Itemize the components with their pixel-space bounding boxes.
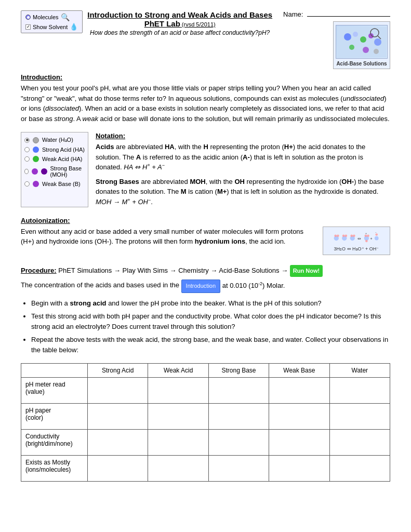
cell-paper-strong-acid[interactable] xyxy=(88,404,148,430)
notation-strong-acid: Strong Acid (HA) xyxy=(24,147,85,153)
notation-panel: Water (H₂O) Strong Acid (HA) Weak Acid (… xyxy=(21,132,88,207)
show-solvent-checkbox[interactable]: ✓ xyxy=(25,24,31,30)
notation-water: Water (H₂O) xyxy=(24,137,85,143)
procedure-text: PhET Simulations → Play With Sims → Chem… xyxy=(58,267,290,274)
page-header: Molecules 🔍 ✓ Show Solvent 💧 Introductio… xyxy=(21,10,390,69)
solvent-icon: 💧 xyxy=(70,23,78,31)
cell-exists-strong-base[interactable] xyxy=(208,456,269,482)
svg-point-13 xyxy=(334,234,337,237)
cell-ph-weak-acid[interactable] xyxy=(148,378,208,404)
svg-point-14 xyxy=(337,234,339,237)
row-exists-as: Exists as Mostly(ions/molecules) xyxy=(21,456,88,482)
header-left: Molecules 🔍 ✓ Show Solvent 💧 Introductio… xyxy=(21,10,283,36)
concentration-line: The concentration of the acids and bases… xyxy=(21,279,390,292)
row-conductivity: Conductivity(bright/dim/none) xyxy=(21,430,88,456)
cell-ph-water[interactable] xyxy=(329,378,390,404)
cell-cond-strong-acid[interactable] xyxy=(88,430,148,456)
run-now-button[interactable]: Run Now! xyxy=(290,265,323,277)
intro-paragraph: When you test your pool's pH, what are y… xyxy=(21,83,390,124)
procedure-section: Procedure: PhET Simulations → Play With … xyxy=(21,264,390,293)
autoion-image: ⇔ + + - 3H₂O ⇔ H₃O⁺ + OH⁻ xyxy=(323,227,390,255)
name-blank[interactable] xyxy=(307,16,390,17)
svg-point-1 xyxy=(344,33,351,41)
cell-ph-weak-base[interactable] xyxy=(269,378,329,404)
strong-base-dot1 xyxy=(32,168,38,175)
bullet-2: Test this strong acid with both pH paper… xyxy=(31,311,390,331)
svg-point-3 xyxy=(360,36,366,43)
autoion-row: Even without any acid or base added a ve… xyxy=(21,227,390,255)
subtitle: How does the strength of an acid or base… xyxy=(87,29,273,36)
svg-point-8 xyxy=(374,49,379,54)
cell-exists-strong-acid[interactable] xyxy=(88,456,148,482)
weak-base-radio[interactable] xyxy=(24,181,30,187)
weak-acid-dot xyxy=(33,156,39,162)
cell-cond-weak-acid[interactable] xyxy=(148,430,208,456)
data-table-section: Strong Acid Weak Acid Strong Base Weak B… xyxy=(21,363,390,482)
autoionization-heading: Autoionization: xyxy=(21,217,390,224)
weak-acid-radio[interactable] xyxy=(24,156,30,162)
weak-base-dot xyxy=(33,181,39,187)
svg-point-2 xyxy=(353,32,358,37)
svg-point-25 xyxy=(365,240,368,242)
show-solvent-option: ✓ Show Solvent 💧 xyxy=(25,23,78,31)
introduction-button[interactable]: Introduction xyxy=(181,280,220,293)
introduction-section: Introduction: When you test your pool's … xyxy=(21,73,390,124)
molecules-label: Molecules xyxy=(33,14,59,20)
cell-exists-weak-acid[interactable] xyxy=(148,456,208,482)
col-header-strong-base: Strong Base xyxy=(208,364,269,378)
cell-paper-weak-acid[interactable] xyxy=(148,404,208,430)
col-header-empty xyxy=(21,364,88,378)
strong-base-dot2 xyxy=(41,168,47,175)
molecules-radio[interactable] xyxy=(25,15,31,20)
cell-paper-strong-base[interactable] xyxy=(208,404,269,430)
svg-point-5 xyxy=(374,38,381,46)
bases-notation: Strong Bases are abbreviated MOH, with t… xyxy=(96,177,390,207)
cell-ph-strong-base[interactable] xyxy=(208,378,269,404)
svg-point-17 xyxy=(345,234,348,237)
cell-paper-weak-base[interactable] xyxy=(269,404,329,430)
col-header-weak-base: Weak Base xyxy=(269,364,329,378)
cell-ph-strong-acid[interactable] xyxy=(88,378,148,404)
cell-cond-strong-base[interactable] xyxy=(208,430,269,456)
cell-exists-weak-base[interactable] xyxy=(269,456,329,482)
autoion-svg: ⇔ + + - xyxy=(325,230,388,246)
strong-base-radio[interactable] xyxy=(24,169,29,174)
svg-point-7 xyxy=(363,47,369,53)
svg-point-23 xyxy=(365,234,367,237)
col-header-water: Water xyxy=(329,364,390,378)
svg-point-20 xyxy=(353,234,355,237)
acids-notation: Acids are abbreviated HA, with the H rep… xyxy=(96,142,390,172)
strong-acid-dot xyxy=(33,147,39,153)
autoion-text: Even without any acid or base added a ve… xyxy=(21,227,316,247)
cell-exists-water[interactable] xyxy=(329,456,390,482)
strong-acid-radio[interactable] xyxy=(24,147,30,152)
header-right: Name: xyxy=(283,10,390,69)
notation-text: Notation: Acids are abbreviated HA, with… xyxy=(96,132,390,207)
notation-strong-base: Strong Base (MOH) xyxy=(24,165,85,178)
notation-weak-base: Weak Base (B) xyxy=(24,181,85,187)
sim-control-panel: Molecules 🔍 ✓ Show Solvent 💧 xyxy=(21,10,83,33)
bullet-list: Begin with a strong acid and lower the p… xyxy=(31,298,390,355)
concentration-suffix: at 0.010 (10-2) Molar. xyxy=(222,282,285,289)
data-table: Strong Acid Weak Acid Strong Base Weak B… xyxy=(21,363,390,482)
water-radio[interactable] xyxy=(24,138,30,143)
notation-section: Water (H₂O) Strong Acid (HA) Weak Acid (… xyxy=(21,132,390,207)
cell-cond-weak-base[interactable] xyxy=(269,430,329,456)
introduction-heading: Introduction: xyxy=(21,73,390,81)
cell-cond-water[interactable] xyxy=(329,430,390,456)
acid-base-label: Acid-Base Solutions xyxy=(336,61,387,66)
acid-base-image: Acid-Base Solutions xyxy=(333,21,390,69)
col-header-weak-acid: Weak Acid xyxy=(148,364,208,378)
concentration-text: The concentration of the acids and bases… xyxy=(21,282,181,289)
svg-point-6 xyxy=(349,45,354,50)
table-row: Exists as Mostly(ions/molecules) xyxy=(21,456,390,482)
cell-paper-water[interactable] xyxy=(329,404,390,430)
intro-text: When you test your pool's pH, what are y… xyxy=(21,83,390,124)
procedure-label: Procedure: xyxy=(21,267,57,274)
table-row: pH meter read(value) xyxy=(21,378,390,404)
intro-body: When you test your pool's pH, what are y… xyxy=(21,83,390,124)
molecules-svg xyxy=(337,26,387,58)
water-dot xyxy=(33,137,39,143)
row-ph-paper: pH paper(color) xyxy=(21,404,88,430)
bullet-3: Repeat the above tests with the weak aci… xyxy=(31,335,390,355)
